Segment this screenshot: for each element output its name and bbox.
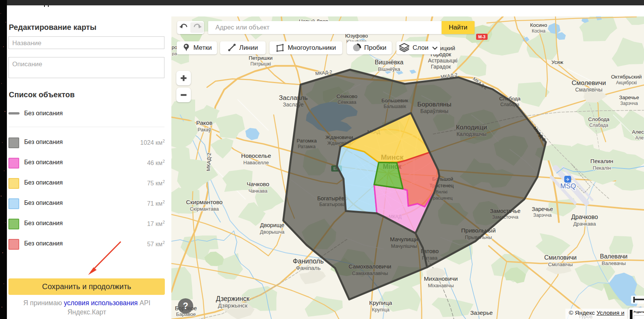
svg-text:Зарэчча: Зарэчча <box>533 213 552 218</box>
svg-text:Смалявічы: Смалявічы <box>575 87 602 93</box>
svg-text:Заречье: Заречье <box>532 206 553 212</box>
svg-text:Зазерье: Зазерье <box>470 309 493 316</box>
svg-text:Фаниполь: Фаниполь <box>293 257 324 265</box>
svg-text:ра: ра <box>172 51 177 56</box>
svg-text:Валевачы: Валевачы <box>602 260 626 266</box>
svg-text:Гарадок: Гарадок <box>431 64 451 70</box>
svg-text:Заречье: Заречье <box>619 95 639 100</box>
svg-text:Дворышча: Дворышча <box>260 229 285 235</box>
svg-text:Дзяржынск: Дзяржынск <box>218 302 248 309</box>
svg-text:Крупіца: Крупіца <box>372 307 390 312</box>
svg-text:Чачкава: Чачкава <box>248 188 268 194</box>
svg-text:МКАД-2: МКАД-2 <box>205 152 212 171</box>
svg-text:Косіна: Косіна <box>532 28 545 34</box>
svg-text:Смиловичи: Смиловичи <box>544 254 577 261</box>
svg-text:Пекалин: Пекалин <box>590 158 613 164</box>
svg-text:Зарэчча: Зарэчча <box>620 101 638 106</box>
svg-text:Дзержинск: Дзержинск <box>216 295 250 303</box>
svg-text:Октябрьский: Октябрьский <box>611 74 642 80</box>
svg-text:Валевачи: Валевачи <box>600 253 628 260</box>
svg-text:Чачково: Чачково <box>247 181 269 187</box>
svg-text:М-3: М-3 <box>478 34 486 39</box>
svg-text:Петришки: Петришки <box>249 55 273 61</box>
svg-text:Астрашыцкі: Астрашыцкі <box>428 57 458 64</box>
svg-text:Пекалін: Пекалін <box>593 165 611 171</box>
svg-text:Наваселле: Наваселле <box>243 160 269 165</box>
svg-text:Усяж: Усяж <box>552 59 564 65</box>
svg-text:Акцябрскі: Акцябрскі <box>616 80 637 85</box>
svg-text:Косино: Косино <box>530 22 547 28</box>
svg-text:Скирмантово: Скирмантово <box>186 199 222 205</box>
svg-text:Скірмантава: Скірмантава <box>190 206 219 212</box>
svg-text:Вишнёвка: Вишнёвка <box>375 59 404 65</box>
svg-text:Пятрышкі: Пятрышкі <box>250 61 271 67</box>
svg-text:Але: Але <box>635 135 644 141</box>
svg-text:Крупица: Крупица <box>369 299 392 306</box>
svg-text:Смолевичи: Смолевичи <box>572 79 606 87</box>
svg-text:Новоселье: Новоселье <box>241 152 271 159</box>
svg-text:Міханавічы: Міханавічы <box>428 283 454 288</box>
svg-text:Дворище: Дворище <box>260 222 284 228</box>
svg-text:Драчкава: Драчкава <box>573 221 596 227</box>
svg-text:Вішнёўка: Вішнёўка <box>378 66 401 72</box>
svg-text:Михановичи: Михановичи <box>424 275 458 282</box>
svg-text:Слобода: Слобода <box>588 116 610 122</box>
svg-text:Ракаў: Ракаў <box>197 127 211 133</box>
svg-text:✈: ✈ <box>566 177 570 182</box>
svg-text:Смілавічы: Смілавічы <box>548 262 573 267</box>
svg-text:MSQ: MSQ <box>560 182 576 190</box>
svg-text:Алес: Алес <box>632 129 644 135</box>
svg-text:Фаніпаль: Фаніпаль <box>296 265 321 271</box>
svg-text:Слабада: Слабада <box>589 123 608 128</box>
svg-text:Раков: Раков <box>196 119 212 126</box>
svg-text:Драчково: Драчково <box>571 214 598 220</box>
